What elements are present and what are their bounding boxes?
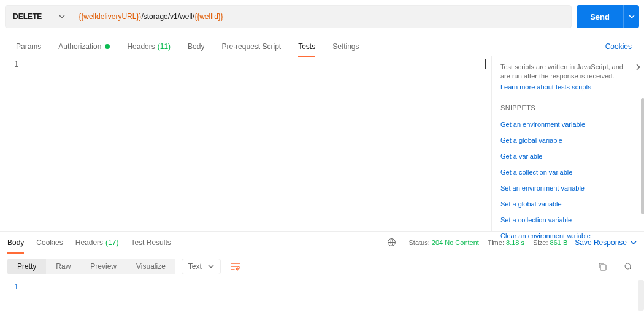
url-path: /storage/v1/well/ — [141, 12, 194, 21]
view-preview[interactable]: Preview — [80, 259, 126, 274]
snippet-item[interactable]: Get a variable — [500, 148, 639, 164]
copy-icon — [598, 262, 607, 271]
tab-headers-label: Headers — [127, 42, 155, 51]
snippet-item[interactable]: Set a global variable — [500, 196, 639, 212]
resp-headers-label: Headers — [75, 238, 103, 247]
resp-tab-cookies[interactable]: Cookies — [36, 232, 63, 254]
chevron-down-icon — [59, 15, 65, 18]
view-pretty[interactable]: Pretty — [7, 259, 46, 274]
tab-authorization-label: Authorization — [58, 42, 101, 51]
snippet-item[interactable]: Get a global variable — [500, 132, 639, 148]
http-method-label: DELETE — [13, 12, 42, 21]
resp-tab-headers[interactable]: Headers (17) — [75, 232, 119, 254]
learn-more-link[interactable]: Learn more about tests scripts — [500, 83, 639, 91]
snippets-scrollbar[interactable] — [641, 98, 644, 214]
response-body-editor: 1 — [0, 280, 644, 317]
url-variable: {{welldeliveryURL}} — [79, 12, 141, 21]
line-number: 1 — [0, 282, 18, 291]
collapse-panel-button[interactable] — [636, 64, 640, 70]
url-input[interactable]: {{welldeliveryURL}}/storage/v1/well/{{we… — [72, 12, 571, 21]
line-number: 1 — [0, 60, 18, 69]
tab-headers[interactable]: Headers (11) — [118, 37, 179, 56]
format-select[interactable]: Text — [182, 259, 221, 274]
snippets-panel: Test scripts are written in JavaScript, … — [492, 56, 644, 231]
cookies-link[interactable]: Cookies — [605, 42, 637, 51]
response-gutter: 1 — [0, 280, 29, 317]
headers-count: (11) — [158, 42, 171, 51]
send-button-group: Send — [577, 5, 639, 28]
response-tabs: Body Cookies Headers (17) Test Results — [7, 232, 171, 254]
resp-headers-count: (17) — [105, 238, 118, 247]
status-value: 204 No Content — [432, 239, 479, 246]
send-button[interactable]: Send — [577, 5, 623, 28]
copy-button[interactable] — [594, 258, 611, 275]
http-method-select[interactable]: DELETE — [6, 12, 72, 21]
status-field: Status: 204 No Content — [408, 239, 478, 246]
view-right-actions — [594, 258, 637, 275]
snippet-item[interactable]: Set an environment variable — [500, 180, 639, 196]
view-raw[interactable]: Raw — [46, 259, 80, 274]
globe-icon — [387, 238, 396, 247]
active-line-highlight — [29, 59, 491, 69]
response-scrollbar[interactable] — [638, 280, 644, 311]
snippets-heading: SNIPPETS — [500, 104, 639, 111]
tab-body[interactable]: Body — [179, 37, 213, 56]
wrap-icon — [231, 262, 240, 271]
request-tabs: Params Authorization Headers (11) Body P… — [0, 37, 644, 56]
tab-prerequest[interactable]: Pre-request Script — [213, 37, 289, 56]
tab-params[interactable]: Params — [7, 37, 50, 56]
resp-tab-tests[interactable]: Test Results — [131, 232, 171, 254]
status-label: Status: — [408, 239, 429, 246]
snippet-item[interactable]: Get a collection variable — [500, 164, 639, 180]
tab-settings[interactable]: Settings — [324, 37, 367, 56]
search-button[interactable] — [619, 258, 637, 275]
chevron-down-icon — [208, 265, 214, 268]
snippet-item[interactable]: Get an environment variable — [500, 116, 639, 132]
method-url-group: DELETE {{welldeliveryURL}}/storage/v1/we… — [5, 5, 572, 28]
svg-rect-1 — [600, 265, 606, 270]
snippets-description: Test scripts are written in JavaScript, … — [500, 62, 639, 81]
tab-tests[interactable]: Tests — [289, 37, 324, 56]
view-visualize[interactable]: Visualize — [126, 259, 175, 274]
response-view-bar: Pretty Raw Preview Visualize Text — [0, 253, 644, 280]
view-mode-tabs: Pretty Raw Preview Visualize — [7, 259, 175, 274]
send-options-button[interactable] — [623, 5, 639, 28]
cursor-icon — [485, 59, 486, 69]
editor-gutter: 1 — [0, 56, 29, 231]
request-bar: DELETE {{welldeliveryURL}}/storage/v1/we… — [0, 0, 644, 28]
response-body[interactable] — [29, 280, 644, 317]
snippet-item[interactable]: Clear an environment variable — [500, 228, 639, 244]
snippet-item[interactable]: Set a collection variable — [500, 212, 639, 228]
svg-point-2 — [625, 263, 631, 269]
format-label: Text — [188, 262, 202, 271]
editor-body[interactable] — [29, 56, 491, 231]
wrap-lines-button[interactable] — [227, 258, 244, 275]
tests-editor-area: 1 Test scripts are written in JavaScript… — [0, 56, 644, 231]
chevron-right-icon — [636, 64, 640, 70]
url-variable: {{wellId}} — [194, 12, 223, 21]
chevron-down-icon — [629, 15, 635, 18]
tab-authorization[interactable]: Authorization — [50, 37, 118, 56]
auth-active-dot-icon — [105, 44, 110, 49]
resp-tab-body[interactable]: Body — [7, 232, 24, 254]
search-icon — [624, 262, 633, 271]
network-icon[interactable] — [383, 234, 400, 251]
tests-code-editor[interactable]: 1 — [0, 56, 492, 231]
